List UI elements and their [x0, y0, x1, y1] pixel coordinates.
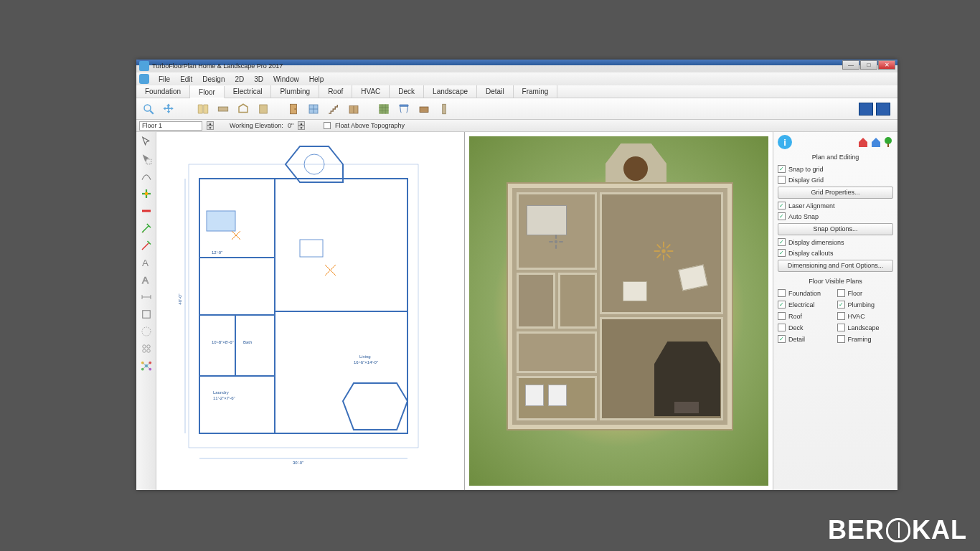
autosnap-label: Auto Snap — [788, 213, 819, 220]
dimension-font-button[interactable]: Dimensioning and Font Options... — [778, 260, 893, 272]
tree-icon[interactable] — [883, 136, 893, 148]
svg-rect-2 — [218, 107, 228, 111]
svg-rect-4 — [291, 104, 297, 114]
view-mode-2d-button[interactable] — [859, 103, 873, 116]
stamp-tool-icon[interactable] — [138, 324, 154, 339]
menu-design[interactable]: Design — [197, 74, 230, 85]
shape-tool-icon[interactable] — [138, 306, 154, 322]
snap-grid-checkbox[interactable]: ✓ — [778, 165, 786, 173]
plan-framing-checkbox[interactable] — [837, 335, 845, 343]
svg-point-54 — [885, 137, 892, 144]
display-grid-checkbox[interactable] — [778, 176, 786, 184]
visible-plans-grid: Foundation Floor ✓Electrical ✓Plumbing R… — [778, 288, 893, 344]
svg-point-0 — [144, 105, 151, 111]
tab-plumbing[interactable]: Plumbing — [271, 85, 319, 98]
viewport-container: 30'-0" 40'-0" 12'-0" 10'-8"×8'-6" Bath L… — [156, 132, 773, 490]
plan-roof-checkbox[interactable] — [778, 312, 786, 320]
plan-deck-checkbox[interactable] — [778, 324, 786, 331]
menu-window[interactable]: Window — [268, 74, 304, 85]
text-tool-icon[interactable]: A — [138, 255, 154, 270]
callouts-checkbox[interactable]: ✓ — [778, 249, 786, 257]
maximize-button[interactable]: □ — [860, 60, 877, 70]
menu-help[interactable]: Help — [304, 74, 329, 85]
select-tool-icon[interactable] — [138, 134, 154, 150]
laser-checkbox[interactable]: ✓ — [778, 202, 786, 209]
panel-tool-icon[interactable] — [255, 101, 271, 117]
snap-options-button[interactable]: Snap Options... — [778, 223, 893, 235]
plan-floor-checkbox[interactable] — [837, 289, 845, 297]
tab-electrical[interactable]: Electrical — [225, 85, 272, 98]
svg-rect-22 — [142, 311, 150, 319]
plan-hvac-checkbox[interactable] — [837, 312, 845, 320]
select-region-tool-icon[interactable] — [138, 151, 154, 167]
view-mode-3d-button[interactable] — [876, 103, 890, 116]
plan-landscape-checkbox[interactable] — [837, 324, 845, 331]
line-tool-icon[interactable] — [138, 169, 154, 184]
pattern-tool-icon[interactable] — [138, 341, 154, 357]
menu-3d[interactable]: 3D — [249, 74, 268, 85]
display-grid-label: Display Grid — [788, 176, 824, 184]
svg-point-23 — [142, 327, 151, 336]
break-tool-icon[interactable] — [138, 220, 154, 236]
float-checkbox[interactable] — [324, 122, 331, 129]
tab-deck[interactable]: Deck — [390, 85, 424, 98]
window-tool-icon[interactable] — [306, 101, 321, 117]
plan-plumbing-checkbox[interactable]: ✓ — [837, 301, 845, 309]
window-controls: — □ ✕ — [842, 60, 895, 70]
tab-foundation[interactable]: Foundation — [136, 85, 190, 98]
dimension-tool-icon[interactable] — [138, 289, 154, 305]
pan-icon[interactable] — [161, 101, 176, 117]
extend-tool-icon[interactable] — [138, 237, 154, 253]
house-blue-icon[interactable] — [870, 136, 882, 148]
tab-roof[interactable]: Roof — [319, 85, 352, 98]
close-button[interactable]: ✕ — [878, 60, 895, 70]
wall-tool-icon[interactable] — [215, 101, 231, 117]
menubar: File Edit Design 2D 3D Window Help — [136, 72, 897, 85]
cabinet-tool-icon[interactable] — [346, 101, 362, 117]
furniture-tool-icon[interactable] — [416, 101, 432, 117]
zoom-icon[interactable] — [141, 101, 156, 117]
svg-point-26 — [142, 349, 146, 353]
menu-edit[interactable]: Edit — [175, 74, 197, 85]
options-bar: Floor 1 ▲▼ Working Elevation: 0" ▲▼ Floa… — [136, 120, 897, 132]
room-tool-icon[interactable] — [235, 101, 251, 117]
remove-point-tool-icon[interactable] — [138, 203, 154, 219]
2d-viewport[interactable]: 30'-0" 40'-0" 12'-0" 10'-8"×8'-6" Bath L… — [156, 132, 465, 490]
tab-floor[interactable]: Floor — [190, 86, 225, 98]
tab-detail[interactable]: Detail — [477, 85, 514, 98]
floor-stepper[interactable]: ▲▼ — [207, 121, 214, 130]
add-point-tool-icon[interactable] — [138, 186, 154, 202]
elevation-value: 0" — [288, 122, 293, 129]
dims-checkbox[interactable]: ✓ — [778, 238, 786, 246]
app-menu-icon[interactable] — [139, 74, 149, 84]
tab-landscape[interactable]: Landscape — [424, 85, 477, 98]
material-tool-icon[interactable] — [376, 101, 392, 117]
snap-grid-label: Snap to grid — [788, 166, 824, 173]
info-icon[interactable]: i — [778, 135, 792, 149]
curtain-tool-icon[interactable] — [396, 101, 412, 117]
node-tool-icon[interactable] — [138, 358, 154, 374]
plan-foundation-checkbox[interactable] — [778, 289, 786, 297]
house-red-icon[interactable] — [857, 136, 869, 148]
plan-electrical-checkbox[interactable]: ✓ — [778, 301, 786, 309]
svg-rect-38 — [189, 164, 418, 448]
text-outline-tool-icon[interactable]: A — [138, 272, 154, 288]
book-icon[interactable] — [195, 101, 211, 117]
sidebar-section2-title: Floor Visible Plans — [778, 276, 893, 288]
tab-framing[interactable]: Framing — [514, 85, 558, 98]
minimize-button[interactable]: — — [842, 60, 859, 70]
column-tool-icon[interactable] — [436, 101, 452, 117]
plan-detail-checkbox[interactable]: ✓ — [778, 335, 786, 343]
3d-viewport[interactable] — [465, 132, 773, 490]
door-tool-icon[interactable] — [286, 101, 301, 117]
autosnap-checkbox[interactable]: ✓ — [778, 212, 786, 220]
floor-selector[interactable]: Floor 1 — [139, 121, 202, 131]
svg-line-35 — [142, 366, 146, 369]
svg-marker-47 — [343, 383, 407, 430]
menu-file[interactable]: File — [154, 74, 175, 85]
menu-2d[interactable]: 2D — [230, 74, 250, 85]
stairs-tool-icon[interactable] — [326, 101, 341, 117]
elevation-stepper[interactable]: ▲▼ — [298, 121, 305, 130]
tab-hvac[interactable]: HVAC — [352, 85, 390, 98]
grid-properties-button[interactable]: Grid Properties... — [778, 187, 893, 199]
